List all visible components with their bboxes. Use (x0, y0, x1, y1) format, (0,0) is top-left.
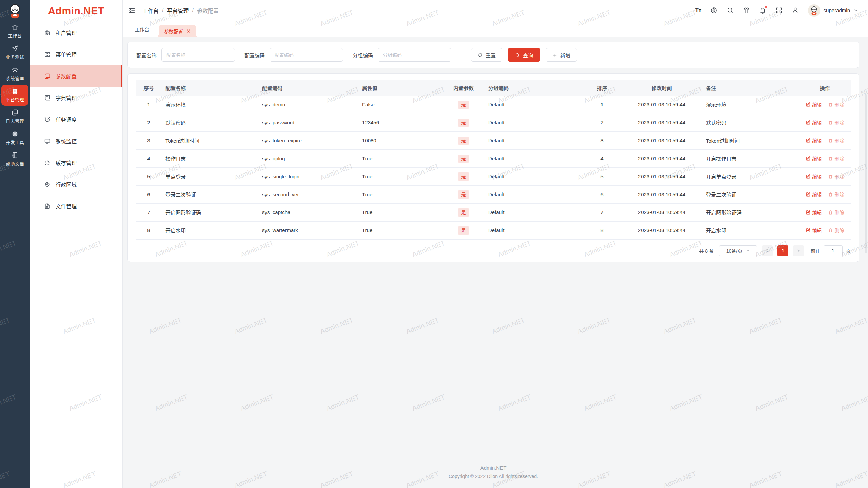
notification-icon[interactable] (759, 7, 766, 14)
sidebar-item-label: 文件管理 (56, 202, 77, 210)
delete-icon (828, 192, 833, 197)
search-icon[interactable] (727, 7, 734, 14)
cell-code: sys_second_ver (258, 185, 358, 203)
reset-button[interactable]: 重置 (471, 48, 502, 62)
delete-button[interactable]: 删除 (828, 137, 844, 144)
goto-page-input[interactable] (824, 245, 843, 256)
sidebar-item-menu[interactable]: 菜单管理 (30, 43, 122, 65)
edit-button[interactable]: 编辑 (806, 101, 822, 108)
main-area: 工作台 / 平台管理 / 参数配置 TT (123, 0, 868, 488)
cell-builtin: 是 (443, 221, 484, 239)
delete-icon (828, 102, 833, 107)
delete-icon (828, 156, 833, 161)
delete-button[interactable]: 删除 (828, 209, 844, 216)
theme-icon[interactable] (743, 7, 750, 14)
sidebar-item-cache[interactable]: 缓存管理 (30, 152, 122, 174)
mascot-avatar-icon (809, 5, 819, 16)
column-header-group: 分组编码 (484, 80, 583, 96)
edit-button[interactable]: 编辑 (806, 155, 822, 162)
cell-sort: 5 (583, 167, 622, 185)
rail-item-system[interactable]: 系统管理 (1, 63, 28, 84)
cell-name: Token过期时间 (161, 131, 258, 149)
builtin-badge: 是 (458, 208, 469, 217)
rail-item-devtools[interactable]: 开发工具 (1, 127, 28, 148)
close-icon[interactable] (186, 29, 191, 33)
edit-button[interactable]: 编辑 (806, 227, 822, 233)
language-icon[interactable] (710, 7, 717, 14)
next-page-button[interactable] (793, 245, 804, 256)
sidebar-item-file[interactable]: 文件管理 (30, 195, 122, 217)
delete-button[interactable]: 删除 (828, 191, 844, 198)
delete-button[interactable]: 删除 (828, 155, 844, 162)
breadcrumb-platform[interactable]: 平台管理 (167, 6, 189, 15)
rail-item-log[interactable]: 日志管理 (1, 106, 28, 127)
add-button[interactable]: 新增 (546, 48, 577, 62)
group-code-input[interactable] (378, 48, 451, 62)
sidebar-item-param[interactable]: 参数配置 (30, 65, 122, 87)
rail-item-label: 日志管理 (6, 118, 24, 124)
breadcrumb-current: 参数配置 (197, 6, 219, 15)
delete-icon (828, 138, 833, 143)
param-docs-icon (44, 73, 51, 79)
notification-badge (765, 6, 767, 8)
config-code-input[interactable] (270, 48, 343, 62)
breadcrumb-workbench[interactable]: 工作台 (142, 6, 159, 15)
sidebar-item-monitor[interactable]: 系统监控 (30, 130, 122, 152)
app-logo-mascot[interactable] (0, 0, 30, 20)
cell-time: 2023-01-03 10:59:44 (622, 221, 702, 239)
edit-icon (806, 174, 811, 179)
config-name-input[interactable] (161, 48, 235, 62)
fullscreen-icon[interactable] (775, 7, 783, 14)
sidebar-item-region[interactable]: 行政区域 (30, 174, 122, 195)
cell-ops: 编辑删除 (798, 203, 851, 221)
edit-button[interactable]: 编辑 (806, 209, 822, 216)
cell-remark: 开启图形验证码 (702, 203, 798, 221)
cell-code: sys_token_expire (258, 131, 358, 149)
column-header-time: 修改时间 (622, 80, 702, 96)
user-menu[interactable]: superadmin (808, 4, 859, 17)
page-number-1[interactable]: 1 (777, 245, 788, 256)
sidebar-item-tenant[interactable]: 租户管理 (30, 22, 122, 43)
page-size-select[interactable]: 10条/页 (719, 245, 757, 256)
sidebar-item-dict[interactable]: 字典管理 (30, 87, 122, 108)
edit-label: 编辑 (812, 191, 822, 198)
refresh-icon (478, 53, 483, 58)
rail-item-test[interactable]: 业务测试 (1, 42, 28, 63)
tab-workbench[interactable]: 工作台 (135, 23, 149, 35)
edit-button[interactable]: 编辑 (806, 191, 822, 198)
delete-button[interactable]: 删除 (828, 119, 844, 126)
user-icon[interactable] (792, 7, 799, 14)
font-size-icon[interactable]: TT (695, 7, 701, 14)
edit-icon (806, 156, 811, 161)
tab-param-config[interactable]: 参数配置 (159, 25, 196, 37)
page-content: 配置名称 配置编码 分组编码 重置 (123, 37, 868, 488)
rail-item-platform[interactable]: 平台管理 (1, 85, 28, 106)
username: superadmin (824, 7, 850, 13)
rail-item-workbench[interactable]: 工作台 (1, 21, 28, 42)
delete-button[interactable]: 删除 (828, 227, 844, 233)
sidebar-item-task[interactable]: 任务调度 (30, 108, 122, 130)
home-icon (12, 24, 18, 30)
builtin-badge: 是 (458, 172, 469, 181)
prev-page-button[interactable] (762, 245, 773, 256)
menu-grid-icon (44, 51, 51, 58)
edit-icon (806, 120, 811, 125)
cell-sort: 2 (583, 114, 622, 131)
edit-button[interactable]: 编辑 (806, 137, 822, 144)
scrollbar-thumb[interactable] (865, 94, 867, 253)
config-table: 序号配置名称配置编码属性值内置参数分组编码排序修改时间备注操作 1演示环境sys… (136, 80, 851, 240)
filter-group-label: 分组编码 (353, 52, 373, 59)
edit-button[interactable]: 编辑 (806, 119, 822, 126)
column-header-index: 序号 (136, 80, 161, 96)
avatar[interactable] (808, 4, 820, 17)
rail-item-docs[interactable]: 帮助文档 (1, 149, 28, 170)
edit-icon (806, 192, 811, 197)
delete-button[interactable]: 删除 (828, 173, 844, 180)
edit-button[interactable]: 编辑 (806, 173, 822, 180)
sidebar-item-label: 任务调度 (56, 116, 77, 123)
secondary-sidebar: Admin.NET 租户管理菜单管理参数配置字典管理任务调度系统监控缓存管理行政… (30, 0, 123, 488)
delete-button[interactable]: 删除 (828, 101, 844, 108)
collapse-menu-icon[interactable] (128, 7, 136, 14)
column-header-name: 配置名称 (161, 80, 258, 96)
query-button[interactable]: 查询 (508, 48, 540, 62)
